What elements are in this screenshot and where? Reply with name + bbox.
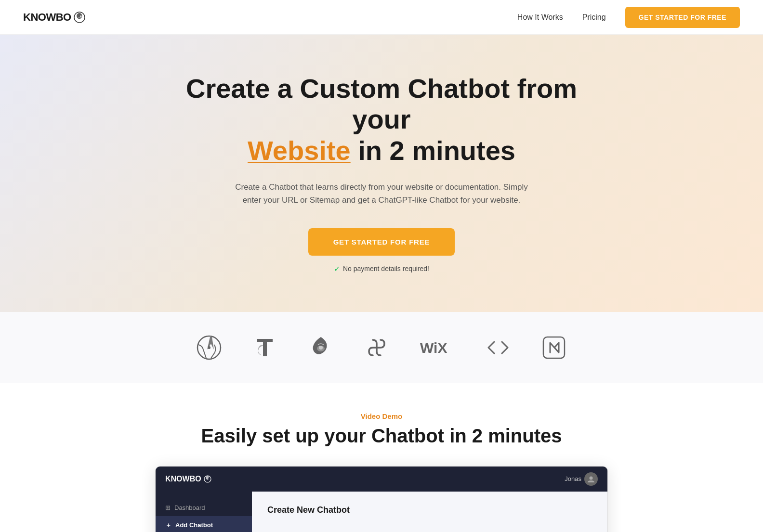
logos-strip: WiX: [0, 312, 763, 383]
svg-point-11: [208, 477, 209, 478]
add-chatbot-icon: ＋: [165, 521, 171, 530]
sidebar-item-add-chatbot[interactable]: ＋ Add Chatbot: [156, 516, 252, 532]
logo-wix: WiX: [420, 340, 455, 355]
video-section-label: Video Demo: [10, 412, 753, 420]
hero-subtitle: Create a Chatbot that learns directly fr…: [227, 181, 536, 207]
check-icon: ✓: [334, 264, 340, 273]
hero-title-highlight: Website: [248, 135, 351, 166]
demo-logo-text: KNOWBO: [165, 475, 201, 483]
sidebar-item-add-chatbot-label: Add Chatbot: [175, 521, 213, 529]
logo-text: KNOWBO: [23, 11, 71, 24]
demo-sidebar: ⊞ Dashboard ＋ Add Chatbot ☰ Manage Chatb…: [156, 492, 252, 532]
logo-code: [486, 335, 511, 360]
logo-typo3: [252, 335, 277, 360]
sidebar-item-dashboard-label: Dashboard: [174, 504, 205, 511]
demo-user: Jonas: [565, 472, 598, 486]
hero-title-part2: in 2 minutes: [358, 135, 515, 166]
hero-note: ✓ No payment details required!: [334, 264, 429, 273]
hero-title: Create a Custom Chatbot from your Websit…: [165, 73, 598, 166]
demo-content: Create New Chatbot: [252, 492, 607, 532]
video-section-title: Easily set up your Chatbot in 2 minutes: [10, 425, 753, 447]
demo-window: KNOWBO Jonas ⊞: [155, 466, 608, 532]
logo-squarespace: [364, 335, 389, 360]
hero-note-text: No payment details required!: [343, 265, 429, 272]
video-section: Video Demo Easily set up your Chatbot in…: [0, 383, 763, 532]
svg-text:WiX: WiX: [420, 340, 447, 355]
svg-point-12: [590, 476, 593, 480]
svg-point-6: [319, 346, 323, 350]
demo-content-title: Create New Chatbot: [267, 505, 592, 515]
hero-cta-button[interactable]: GET STARTED FOR FREE: [308, 228, 455, 256]
logo-brain-icon: [73, 11, 86, 24]
logo-nextjs: [541, 335, 566, 360]
logo-drupal: [308, 335, 333, 360]
demo-body: ⊞ Dashboard ＋ Add Chatbot ☰ Manage Chatb…: [156, 492, 607, 532]
demo-logo: KNOWBO: [165, 475, 212, 483]
nav-links: How It Works Pricing GET STARTED FOR FRE…: [517, 7, 740, 28]
logo[interactable]: KNOWBO: [23, 11, 86, 24]
sidebar-item-dashboard[interactable]: ⊞ Dashboard: [156, 499, 252, 516]
dashboard-icon: ⊞: [165, 504, 171, 511]
navbar: KNOWBO How It Works Pricing GET STARTED …: [0, 0, 763, 35]
nav-pricing[interactable]: Pricing: [582, 13, 606, 22]
hero-title-part1: Create a Custom Chatbot from your: [186, 73, 577, 134]
demo-titlebar: KNOWBO Jonas: [156, 467, 607, 492]
svg-point-2: [80, 15, 81, 16]
nav-cta-button[interactable]: GET STARTED FOR FREE: [625, 7, 740, 28]
nav-how-it-works[interactable]: How It Works: [517, 13, 563, 22]
hero-section: Create a Custom Chatbot from your Websit…: [0, 35, 763, 312]
demo-username: Jonas: [565, 475, 581, 482]
logo-wordpress: [197, 335, 222, 360]
demo-avatar: [584, 472, 598, 486]
